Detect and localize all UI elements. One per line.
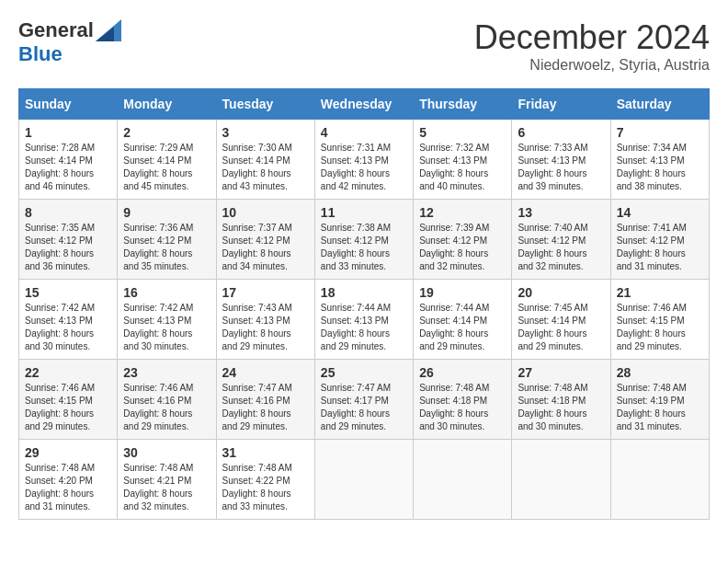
calendar-cell: 24Sunrise: 7:47 AMSunset: 4:16 PMDayligh… [216,360,314,440]
day-number: 16 [123,285,210,300]
day-info: Sunrise: 7:44 AMSunset: 4:14 PMDaylight:… [419,302,506,353]
calendar-cell: 11Sunrise: 7:38 AMSunset: 4:12 PMDayligh… [314,200,413,280]
day-info: Sunrise: 7:44 AMSunset: 4:13 PMDaylight:… [321,302,407,353]
day-number: 15 [25,285,111,300]
day-info: Sunrise: 7:43 AMSunset: 4:13 PMDaylight:… [222,302,309,353]
day-number: 22 [25,365,111,380]
day-number: 6 [518,125,604,140]
logo-general-text: General [18,18,94,42]
calendar-cell: 2Sunrise: 7:29 AMSunset: 4:14 PMDaylight… [118,120,216,200]
weekday-header-tuesday: Tuesday [216,89,314,120]
day-info: Sunrise: 7:48 AMSunset: 4:19 PMDaylight:… [617,382,703,433]
day-number: 24 [222,365,309,380]
calendar-cell: 23Sunrise: 7:46 AMSunset: 4:16 PMDayligh… [118,360,216,440]
title-section: December 2024 Niederwoelz, Styria, Austr… [474,18,710,74]
calendar-week-5: 29Sunrise: 7:48 AMSunset: 4:20 PMDayligh… [19,440,710,520]
day-info: Sunrise: 7:35 AMSunset: 4:12 PMDaylight:… [25,222,111,273]
calendar-cell [610,440,709,520]
calendar-cell: 18Sunrise: 7:44 AMSunset: 4:13 PMDayligh… [314,280,413,360]
calendar-cell: 10Sunrise: 7:37 AMSunset: 4:12 PMDayligh… [216,200,314,280]
day-number: 19 [419,285,506,300]
day-info: Sunrise: 7:47 AMSunset: 4:16 PMDaylight:… [222,382,309,433]
weekday-header-sunday: Sunday [19,89,118,120]
day-number: 31 [222,445,309,460]
day-info: Sunrise: 7:36 AMSunset: 4:12 PMDaylight:… [123,222,210,273]
day-info: Sunrise: 7:48 AMSunset: 4:18 PMDaylight:… [419,382,506,433]
calendar-week-4: 22Sunrise: 7:46 AMSunset: 4:15 PMDayligh… [19,360,710,440]
location-subtitle: Niederwoelz, Styria, Austria [474,57,710,74]
calendar-cell: 27Sunrise: 7:48 AMSunset: 4:18 PMDayligh… [512,360,610,440]
weekday-header-row: SundayMondayTuesdayWednesdayThursdayFrid… [19,89,710,120]
weekday-header-monday: Monday [118,89,216,120]
day-info: Sunrise: 7:48 AMSunset: 4:22 PMDaylight:… [222,462,309,513]
day-info: Sunrise: 7:48 AMSunset: 4:18 PMDaylight:… [518,382,604,433]
calendar-cell: 15Sunrise: 7:42 AMSunset: 4:13 PMDayligh… [19,280,118,360]
day-info: Sunrise: 7:40 AMSunset: 4:12 PMDaylight:… [518,222,604,273]
day-number: 11 [321,205,407,220]
day-info: Sunrise: 7:47 AMSunset: 4:17 PMDaylight:… [321,382,407,433]
calendar-cell: 31Sunrise: 7:48 AMSunset: 4:22 PMDayligh… [216,440,314,520]
day-number: 20 [518,285,604,300]
weekday-header-saturday: Saturday [610,89,709,120]
day-number: 26 [419,365,506,380]
calendar-cell: 1Sunrise: 7:28 AMSunset: 4:14 PMDaylight… [19,120,118,200]
day-number: 21 [617,285,703,300]
day-number: 10 [222,205,309,220]
day-info: Sunrise: 7:33 AMSunset: 4:13 PMDaylight:… [518,142,604,193]
day-number: 8 [25,205,111,220]
calendar-week-3: 15Sunrise: 7:42 AMSunset: 4:13 PMDayligh… [19,280,710,360]
day-number: 7 [617,125,703,140]
logo-blue-text: Blue [18,42,63,66]
day-info: Sunrise: 7:45 AMSunset: 4:14 PMDaylight:… [518,302,604,353]
day-number: 27 [518,365,604,380]
day-number: 14 [617,205,703,220]
calendar-cell: 3Sunrise: 7:30 AMSunset: 4:14 PMDaylight… [216,120,314,200]
day-info: Sunrise: 7:42 AMSunset: 4:13 PMDaylight:… [25,302,111,353]
calendar-cell [512,440,610,520]
logo: General Blue [18,18,121,66]
day-info: Sunrise: 7:29 AMSunset: 4:14 PMDaylight:… [123,142,210,193]
calendar-cell: 8Sunrise: 7:35 AMSunset: 4:12 PMDaylight… [19,200,118,280]
weekday-header-wednesday: Wednesday [314,89,413,120]
day-number: 29 [25,445,111,460]
calendar-week-1: 1Sunrise: 7:28 AMSunset: 4:14 PMDaylight… [19,120,710,200]
day-number: 18 [321,285,407,300]
calendar-table: SundayMondayTuesdayWednesdayThursdayFrid… [18,88,710,520]
day-info: Sunrise: 7:46 AMSunset: 4:16 PMDaylight:… [123,382,210,433]
month-title: December 2024 [474,18,710,57]
day-number: 13 [518,205,604,220]
day-info: Sunrise: 7:42 AMSunset: 4:13 PMDaylight:… [123,302,210,353]
day-number: 9 [123,205,210,220]
calendar-cell: 16Sunrise: 7:42 AMSunset: 4:13 PMDayligh… [118,280,216,360]
logo-icon [96,19,121,41]
calendar-cell: 17Sunrise: 7:43 AMSunset: 4:13 PMDayligh… [216,280,314,360]
day-info: Sunrise: 7:39 AMSunset: 4:12 PMDaylight:… [419,222,506,273]
day-number: 23 [123,365,210,380]
day-info: Sunrise: 7:37 AMSunset: 4:12 PMDaylight:… [222,222,309,273]
calendar-cell [314,440,413,520]
day-number: 4 [321,125,407,140]
day-number: 28 [617,365,703,380]
day-info: Sunrise: 7:32 AMSunset: 4:13 PMDaylight:… [419,142,506,193]
day-number: 12 [419,205,506,220]
calendar-cell: 6Sunrise: 7:33 AMSunset: 4:13 PMDaylight… [512,120,610,200]
day-info: Sunrise: 7:48 AMSunset: 4:21 PMDaylight:… [123,462,210,513]
day-number: 5 [419,125,506,140]
calendar-cell: 12Sunrise: 7:39 AMSunset: 4:12 PMDayligh… [414,200,512,280]
day-number: 3 [222,125,309,140]
calendar-cell: 28Sunrise: 7:48 AMSunset: 4:19 PMDayligh… [610,360,709,440]
weekday-header-friday: Friday [512,89,610,120]
calendar-cell: 14Sunrise: 7:41 AMSunset: 4:12 PMDayligh… [610,200,709,280]
calendar-cell: 9Sunrise: 7:36 AMSunset: 4:12 PMDaylight… [118,200,216,280]
day-info: Sunrise: 7:38 AMSunset: 4:12 PMDaylight:… [321,222,407,273]
day-number: 17 [222,285,309,300]
day-number: 25 [321,365,407,380]
day-number: 2 [123,125,210,140]
day-info: Sunrise: 7:28 AMSunset: 4:14 PMDaylight:… [25,142,111,193]
calendar-week-2: 8Sunrise: 7:35 AMSunset: 4:12 PMDaylight… [19,200,710,280]
calendar-cell: 5Sunrise: 7:32 AMSunset: 4:13 PMDaylight… [414,120,512,200]
weekday-header-thursday: Thursday [414,89,512,120]
header: General Blue December 2024 Niederwoelz, … [18,18,710,74]
day-info: Sunrise: 7:34 AMSunset: 4:13 PMDaylight:… [617,142,703,193]
calendar-cell: 21Sunrise: 7:46 AMSunset: 4:15 PMDayligh… [610,280,709,360]
